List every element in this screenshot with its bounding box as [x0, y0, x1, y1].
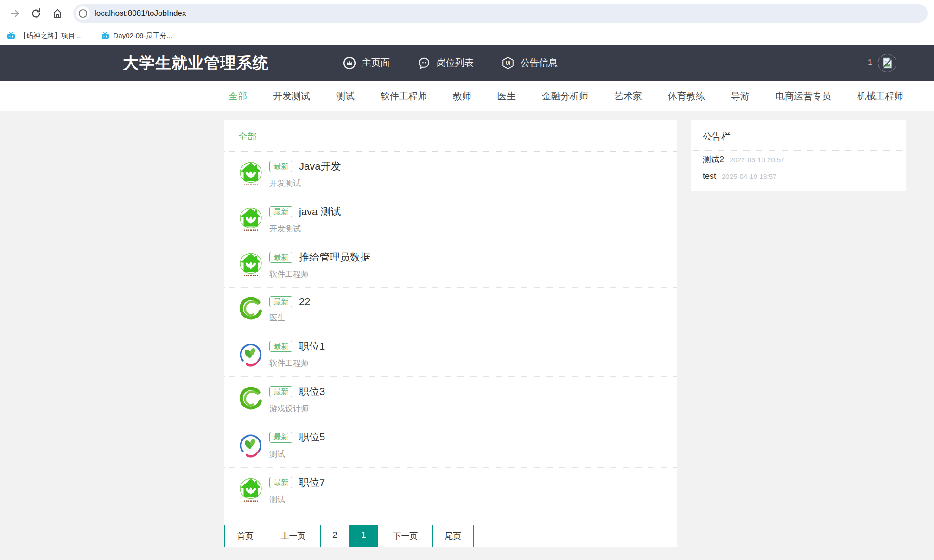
announcement-time: 2025-04-10 13:57: [722, 172, 776, 180]
announcement-time: 2022-03-10 20:57: [730, 156, 784, 164]
job-row[interactable]: 最新 22 医生: [224, 288, 677, 331]
job-title[interactable]: 22: [299, 296, 310, 308]
nav-separator: [904, 57, 904, 70]
job-category: 软件工程师: [269, 358, 325, 369]
forward-icon[interactable]: [6, 4, 24, 23]
job-title[interactable]: 推给管理员数据: [299, 250, 370, 264]
job-title[interactable]: Java开发: [299, 159, 341, 173]
bookmark-item[interactable]: Day02-09-员工分...: [101, 32, 173, 40]
company-logo-leaf-icon: [238, 342, 263, 367]
job-title[interactable]: java 测试: [299, 205, 341, 219]
job-category: 测试: [269, 494, 325, 505]
new-badge: 最新: [269, 432, 292, 443]
job-row[interactable]: 最新 职位5 测试: [224, 422, 677, 468]
job-title[interactable]: 职位3: [299, 385, 325, 399]
job-info: 最新 推给管理员数据 软件工程师: [269, 250, 370, 280]
svg-text:UI: UI: [506, 61, 510, 66]
job-category: 开发测试: [269, 223, 341, 234]
category-tab[interactable]: 测试: [323, 90, 368, 102]
job-title[interactable]: 职位5: [299, 430, 325, 444]
broken-image-icon: [881, 57, 894, 70]
page-content: 全部: [0, 111, 934, 547]
company-logo-house-icon: [238, 162, 263, 187]
pagination-button[interactable]: 1: [349, 525, 378, 547]
pagination-button[interactable]: 尾页: [432, 525, 473, 547]
nav-item-label: 主页面: [362, 57, 390, 69]
category-tab[interactable]: 艺术家: [601, 90, 655, 102]
pagination-button[interactable]: 首页: [225, 525, 266, 547]
category-tab[interactable]: 电商运营专员: [762, 90, 844, 102]
job-panel-title: 全部: [224, 120, 677, 152]
url-text[interactable]: localhost:8081/toJobIndex: [95, 9, 186, 18]
bookmark-item[interactable]: 【码神之路】项目...: [6, 32, 81, 40]
announcement-title[interactable]: 测试2: [703, 154, 724, 165]
job-category: 测试: [269, 449, 325, 459]
new-badge: 最新: [269, 161, 292, 172]
pagination-button[interactable]: 上一页: [266, 525, 320, 547]
reload-icon[interactable]: [27, 4, 45, 23]
new-badge: 最新: [269, 296, 292, 307]
category-tab[interactable]: 机械工程师: [844, 90, 916, 102]
job-info: 最新 22 医生: [269, 296, 310, 323]
job-info: 最新 Java开发 开发测试: [269, 159, 341, 189]
nav-item-label: 岗位列表: [437, 57, 474, 69]
category-tab[interactable]: 体育教练: [655, 90, 718, 102]
pagination-button[interactable]: 2: [320, 525, 349, 547]
new-badge: 最新: [269, 206, 292, 217]
job-category: 医生: [269, 312, 310, 323]
announcement-title[interactable]: test: [703, 172, 716, 181]
nav-item[interactable]: 主页面: [343, 57, 390, 70]
job-info: 最新 职位1 软件工程师: [269, 339, 325, 369]
category-tab[interactable]: 教师: [440, 90, 484, 102]
browser-toolbar: localhost:8081/toJobIndex: [0, 0, 934, 27]
announcement-panel: 公告栏 测试2 2022-03-10 20:57 test 2025-04-10…: [691, 120, 906, 191]
crown-icon: [343, 57, 356, 70]
category-tab[interactable]: 软件工程师: [368, 90, 440, 102]
company-logo-house-icon: [238, 253, 263, 278]
nav-item[interactable]: 岗位列表: [418, 57, 474, 70]
new-badge: 最新: [269, 477, 292, 488]
page-info-icon[interactable]: [76, 6, 90, 20]
pagination-button[interactable]: 下一页: [378, 525, 432, 547]
dialogue-icon: [418, 57, 431, 70]
job-row[interactable]: 最新 职位7 测试: [224, 468, 677, 513]
category-tabs: 全部 开发测试 测试 软件工程师 教师 医生 金融分析师 艺术家 体育教练 导游…: [0, 81, 934, 111]
company-logo-house-icon: [238, 478, 263, 503]
job-title[interactable]: 职位1: [299, 339, 325, 353]
nav-item[interactable]: UI 公告信息: [502, 57, 558, 70]
avatar[interactable]: [878, 54, 896, 72]
new-badge: 最新: [269, 252, 292, 263]
job-row[interactable]: 最新 职位3 游戏设计师: [224, 377, 677, 422]
job-row[interactable]: 最新 java 测试 开发测试: [224, 197, 677, 242]
category-tab[interactable]: 医生: [484, 90, 529, 102]
company-logo-swirl-icon: [238, 297, 263, 322]
category-tab[interactable]: 金融分析师: [529, 90, 601, 102]
job-category: 游戏设计师: [269, 403, 325, 414]
job-category: 软件工程师: [269, 269, 370, 280]
company-logo-leaf-icon: [238, 433, 263, 458]
job-info: 最新 职位3 游戏设计师: [269, 385, 325, 414]
bookmark-label: Day02-09-员工分...: [114, 32, 173, 40]
address-bar[interactable]: localhost:8081/toJobIndex: [73, 4, 928, 23]
job-info: 最新 java 测试 开发测试: [269, 205, 341, 234]
pagination: 首页 上一页 2 1 下一页 尾页: [224, 525, 474, 547]
nav-item-label: 公告信息: [521, 57, 558, 69]
bookmark-label: 【码神之路】项目...: [19, 32, 81, 40]
bilibili-tv-icon: [6, 32, 16, 40]
header-user-area: 1: [868, 54, 904, 72]
announcement-row[interactable]: test 2025-04-10 13:57: [691, 168, 906, 185]
home-icon[interactable]: [48, 4, 67, 23]
category-tab[interactable]: 开发测试: [260, 90, 323, 102]
job-row[interactable]: 最新 职位1 软件工程师: [224, 331, 677, 377]
announcement-row[interactable]: 测试2 2022-03-10 20:57: [691, 151, 906, 168]
job-title[interactable]: 职位7: [299, 476, 325, 490]
category-tab[interactable]: 导游: [718, 90, 762, 102]
job-row[interactable]: 最新 推给管理员数据 软件工程师: [224, 242, 677, 288]
job-row[interactable]: 最新 Java开发 开发测试: [224, 152, 677, 197]
job-category: 开发测试: [269, 178, 341, 189]
category-tab[interactable]: 全部: [216, 90, 260, 102]
announcement-panel-title: 公告栏: [691, 120, 906, 151]
bookmarks-bar: 【码神之路】项目... Day02-09-员工分...: [0, 27, 934, 45]
new-badge: 最新: [269, 341, 292, 352]
bilibili-tv-icon: [101, 32, 110, 40]
